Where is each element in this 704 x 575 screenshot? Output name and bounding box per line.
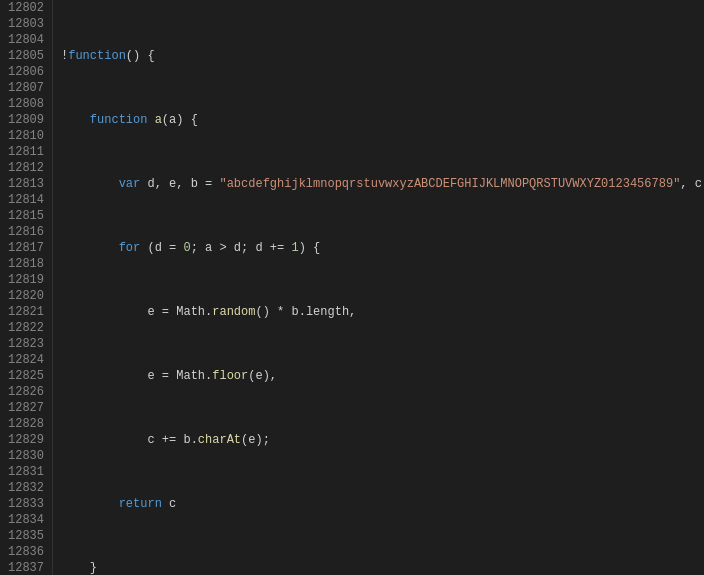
ln-12802: 12802	[8, 0, 44, 16]
ln-12824: 12824	[8, 352, 44, 368]
code-line-12807: e = Math.floor(e),	[61, 368, 696, 384]
code-editor: 12802 12803 12804 12805 12806 12807 1280…	[0, 0, 704, 575]
ln-12814: 12814	[8, 192, 44, 208]
line-numbers: 12802 12803 12804 12805 12806 12807 1280…	[0, 0, 53, 575]
ln-12817: 12817	[8, 240, 44, 256]
code-line-12806: e = Math.random() * b.length,	[61, 304, 696, 320]
code-lines[interactable]: !function() { function a(a) { var d, e, …	[53, 0, 704, 575]
code-line-12804: var d, e, b = "abcdefghijklmnopqrstuvwxy…	[61, 176, 696, 192]
ln-12831: 12831	[8, 464, 44, 480]
ln-12826: 12826	[8, 384, 44, 400]
ln-12810: 12810	[8, 128, 44, 144]
code-line-12802: !function() {	[61, 48, 696, 64]
ln-12832: 12832	[8, 480, 44, 496]
ln-12805: 12805	[8, 48, 44, 64]
ln-12827: 12827	[8, 400, 44, 416]
ln-12837: 12837	[8, 560, 44, 575]
ln-12819: 12819	[8, 272, 44, 288]
ln-12829: 12829	[8, 432, 44, 448]
ln-12825: 12825	[8, 368, 44, 384]
ln-12820: 12820	[8, 288, 44, 304]
ln-12823: 12823	[8, 336, 44, 352]
ln-12811: 12811	[8, 144, 44, 160]
ln-12833: 12833	[8, 496, 44, 512]
ln-12804: 12804	[8, 32, 44, 48]
code-line-12809: return c	[61, 496, 696, 512]
ln-12806: 12806	[8, 64, 44, 80]
code-line-12805: for (d = 0; a > d; d += 1) {	[61, 240, 696, 256]
ln-12836: 12836	[8, 544, 44, 560]
ln-12830: 12830	[8, 448, 44, 464]
ln-12815: 12815	[8, 208, 44, 224]
code-line-12810: }	[61, 560, 696, 575]
ln-12821: 12821	[8, 304, 44, 320]
ln-12807: 12807	[8, 80, 44, 96]
ln-12822: 12822	[8, 320, 44, 336]
ln-12828: 12828	[8, 416, 44, 432]
ln-12809: 12809	[8, 112, 44, 128]
ln-12812: 12812	[8, 160, 44, 176]
ln-12803: 12803	[8, 16, 44, 32]
ln-12808: 12808	[8, 96, 44, 112]
ln-12818: 12818	[8, 256, 44, 272]
code-line-12803: function a(a) {	[61, 112, 696, 128]
code-line-12808: c += b.charAt(e);	[61, 432, 696, 448]
ln-12813: 12813	[8, 176, 44, 192]
ln-12834: 12834	[8, 512, 44, 528]
ln-12816: 12816	[8, 224, 44, 240]
ln-12835: 12835	[8, 528, 44, 544]
